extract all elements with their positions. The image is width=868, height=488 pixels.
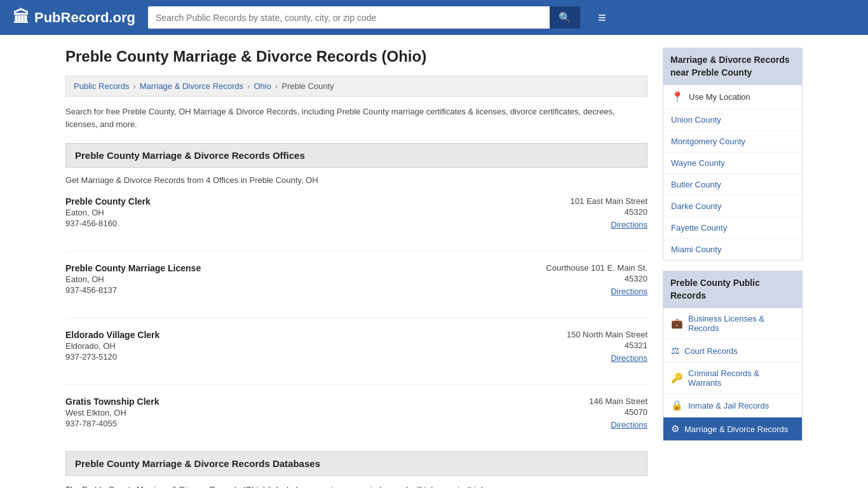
sidebar-nearby-box: Marriage & Divorce Records near Preble C…: [663, 48, 803, 261]
sidebar-marriage-divorce-records[interactable]: ⚙ Marriage & Divorce Records: [663, 417, 802, 440]
site-logo[interactable]: 🏛 PubRecord.org: [13, 8, 135, 27]
office-zip-1: 45320: [520, 207, 648, 217]
office-entry-4: Gratis Township Clerk West Elkton, OH 93…: [65, 396, 648, 436]
sidebar-wayne-county[interactable]: Wayne County: [663, 152, 802, 174]
miami-county-label: Miami County: [671, 245, 721, 254]
page-description: Search for free Preble County, OH Marria…: [65, 105, 648, 130]
breadcrumb: Public Records › Marriage & Divorce Reco…: [65, 76, 648, 97]
sidebar-public-records-list: 💼 Business Licenses & Records ⚖ Court Re…: [663, 308, 803, 441]
office-city-1: Eaton, OH: [65, 208, 151, 217]
page-container: Preble County Marriage & Divorce Records…: [53, 35, 815, 488]
office-city-4: West Elkton, OH: [65, 408, 159, 417]
office-name-4: Gratis Township Clerk: [65, 396, 159, 407]
office-right-1: 101 East Main Street 45320 Directions: [520, 196, 648, 229]
butler-county-label: Butler County: [671, 180, 721, 189]
office-phone-2: 937-456-8137: [65, 285, 201, 295]
sidebar-inmate-records[interactable]: 🔒 Inmate & Jail Records: [663, 394, 802, 417]
sidebar-butler-county[interactable]: Butler County: [663, 174, 802, 196]
briefcase-icon: 💼: [671, 318, 683, 329]
directions-link-2[interactable]: Directions: [611, 287, 648, 296]
inmate-records-label: Inmate & Jail Records: [688, 401, 769, 410]
sidebar: Marriage & Divorce Records near Preble C…: [663, 48, 803, 488]
criminal-records-label: Criminal Records & Warrants: [688, 369, 794, 388]
offices-section-header: Preble County Marriage & Divorce Records…: [65, 143, 648, 168]
office-divider-1: [65, 251, 648, 252]
menu-icon: ≡: [598, 10, 606, 25]
sidebar-montgomery-county[interactable]: Montgomery County: [663, 131, 802, 152]
breadcrumb-ohio[interactable]: Ohio: [254, 81, 271, 91]
sidebar-union-county[interactable]: Union County: [663, 109, 802, 131]
office-address-3: 150 North Main Street: [520, 330, 648, 339]
offices-count-text: Get Marriage & Divorce Records from 4 Of…: [65, 175, 648, 185]
office-entry-3: Eldorado Village Clerk Eldorado, OH 937-…: [65, 330, 648, 369]
office-left-1: Preble County Clerk Eaton, OH 937-456-81…: [65, 196, 151, 229]
search-icon: 🔍: [559, 12, 571, 23]
breadcrumb-marriage-divorce[interactable]: Marriage & Divorce Records: [140, 81, 243, 91]
office-city-2: Eaton, OH: [65, 274, 201, 284]
page-title: Preble County Marriage & Divorce Records…: [65, 48, 648, 65]
sidebar-public-records-title: Preble County Public Records: [663, 271, 803, 308]
breadcrumb-sep-3: ›: [275, 81, 278, 91]
darke-county-label: Darke County: [671, 201, 721, 211]
location-icon: 📍: [671, 91, 684, 103]
court-records-label: Court Records: [684, 346, 738, 356]
breadcrumb-public-records[interactable]: Public Records: [74, 81, 129, 91]
directions-link-1[interactable]: Directions: [611, 220, 648, 229]
menu-button[interactable]: ≡: [598, 11, 606, 25]
montgomery-county-label: Montgomery County: [671, 137, 745, 146]
breadcrumb-sep-1: ›: [133, 81, 135, 91]
use-location-label: Use My Location: [689, 92, 750, 102]
office-zip-2: 45320: [520, 274, 648, 283]
scales-icon: ⚖: [671, 345, 679, 356]
office-name-2: Preble County Marriage License: [65, 263, 201, 273]
logo-text: PubRecord.org: [34, 10, 135, 26]
office-divider-3: [65, 384, 648, 385]
search-button[interactable]: 🔍: [550, 6, 580, 29]
office-left-4: Gratis Township Clerk West Elkton, OH 93…: [65, 396, 159, 430]
office-phone-4: 937-787-4055: [65, 419, 159, 428]
sidebar-darke-county[interactable]: Darke County: [663, 196, 802, 217]
search-input[interactable]: [148, 6, 550, 29]
sidebar-business-licenses[interactable]: 💼 Business Licenses & Records: [663, 308, 802, 339]
office-right-2: Courthouse 101 E. Main St. 45320 Directi…: [520, 263, 648, 296]
sidebar-court-records[interactable]: ⚖ Court Records: [663, 339, 802, 363]
sidebar-nearby-list: 📍 Use My Location Union County Montgomer…: [663, 85, 803, 261]
office-entry-1: Preble County Clerk Eaton, OH 937-456-81…: [65, 196, 648, 236]
office-phone-1: 937-456-8160: [65, 219, 151, 228]
wayne-county-label: Wayne County: [671, 158, 725, 168]
fayette-county-label: Fayette County: [671, 223, 727, 233]
databases-description: The Preble County Marriage & Divorce Rec…: [65, 484, 648, 488]
office-city-3: Eldorado, OH: [65, 341, 159, 351]
office-address-2: Courthouse 101 E. Main St.: [520, 263, 648, 273]
business-licenses-label: Business Licenses & Records: [688, 314, 794, 333]
office-left-3: Eldorado Village Clerk Eldorado, OH 937-…: [65, 330, 159, 363]
ring-icon: ⚙: [671, 423, 679, 435]
key-icon: 🔑: [671, 372, 683, 384]
office-right-3: 150 North Main Street 45321 Directions: [520, 330, 648, 363]
sidebar-nearby-title: Marriage & Divorce Records near Preble C…: [663, 48, 803, 85]
sidebar-fayette-county[interactable]: Fayette County: [663, 217, 802, 239]
sidebar-criminal-records[interactable]: 🔑 Criminal Records & Warrants: [663, 363, 802, 394]
directions-link-4[interactable]: Directions: [611, 420, 648, 430]
office-name-3: Eldorado Village Clerk: [65, 330, 159, 340]
site-header: 🏛 PubRecord.org 🔍 ≡: [0, 0, 868, 35]
office-entry-2: Preble County Marriage License Eaton, OH…: [65, 263, 648, 302]
office-phone-3: 937-273-5120: [65, 352, 159, 362]
marriage-divorce-label: Marriage & Divorce Records: [684, 424, 788, 434]
search-bar: 🔍: [148, 6, 580, 29]
breadcrumb-preble-county: Preble County: [281, 81, 334, 91]
breadcrumb-sep-2: ›: [247, 81, 250, 91]
directions-link-3[interactable]: Directions: [611, 353, 648, 363]
databases-section-header: Preble County Marriage & Divorce Records…: [65, 451, 648, 476]
databases-section: Preble County Marriage & Divorce Records…: [65, 451, 648, 488]
main-content: Preble County Marriage & Divorce Records…: [65, 48, 648, 488]
lock-icon: 🔒: [671, 400, 683, 411]
office-address-1: 101 East Main Street: [520, 196, 648, 206]
sidebar-miami-county[interactable]: Miami County: [663, 239, 802, 260]
sidebar-public-records-box: Preble County Public Records 💼 Business …: [663, 271, 803, 441]
union-county-label: Union County: [671, 115, 721, 125]
office-address-4: 146 Main Street: [520, 396, 648, 406]
office-left-2: Preble County Marriage License Eaton, OH…: [65, 263, 201, 296]
sidebar-use-location[interactable]: 📍 Use My Location: [663, 85, 802, 109]
office-name-1: Preble County Clerk: [65, 196, 151, 207]
